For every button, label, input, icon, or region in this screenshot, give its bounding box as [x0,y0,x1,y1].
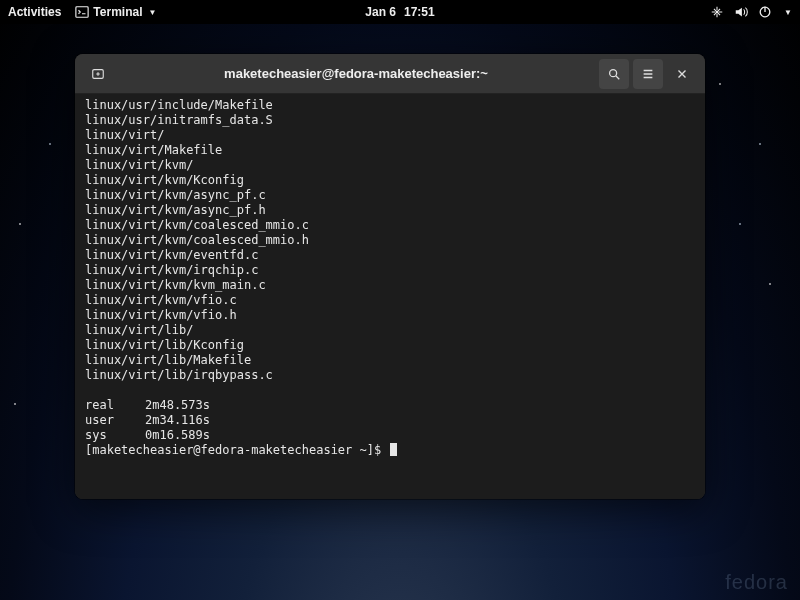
chevron-down-icon: ▼ [148,8,156,17]
output-line: linux/virt/kvm/async_pf.c [85,188,695,203]
svg-point-1 [716,11,719,14]
output-line: linux/virt/kvm/ [85,158,695,173]
chevron-down-icon: ▼ [784,8,792,17]
network-icon [710,5,724,19]
timing-sys-value: 0m16.589s [145,428,210,442]
cursor [390,443,397,456]
search-button[interactable] [599,59,629,89]
timing-real-value: 2m48.573s [145,398,210,412]
terminal-window: maketecheasier@fedora-maketecheasier:~ l… [75,54,705,499]
new-tab-button[interactable] [83,59,113,89]
output-line: linux/virt/kvm/coalesced_mmio.c [85,218,695,233]
output-line: linux/virt/kvm/vfio.h [85,308,695,323]
app-menu[interactable]: Terminal ▼ [75,5,156,19]
output-line: linux/virt/lib/irqbypass.c [85,368,695,383]
power-icon [758,5,772,19]
timing-user-label: user [85,413,145,428]
output-line: linux/virt/lib/Makefile [85,353,695,368]
gnome-topbar: Activities Terminal ▼ Jan 6 17:51 ▼ [0,0,800,24]
svg-point-5 [610,69,617,76]
hamburger-icon [641,67,655,81]
output-line: linux/virt/kvm/eventfd.c [85,248,695,263]
output-line: linux/virt/kvm/coalesced_mmio.h [85,233,695,248]
output-line: linux/virt/Makefile [85,143,695,158]
terminal-titlebar[interactable]: maketecheasier@fedora-maketecheasier:~ [75,54,705,94]
terminal-icon [75,5,89,19]
window-title: maketecheasier@fedora-maketecheasier:~ [115,66,597,81]
prompt-line: [maketecheasier@fedora-maketecheasier ~]… [85,443,695,458]
output-line: linux/usr/include/Makefile [85,98,695,113]
hamburger-menu-button[interactable] [633,59,663,89]
fedora-watermark: fedora [725,571,788,594]
output-line: linux/virt/lib/Kconfig [85,338,695,353]
svg-rect-0 [76,7,88,18]
timing-real-label: real [85,398,145,413]
output-line: linux/usr/initramfs_data.S [85,113,695,128]
timing-user-value: 2m34.116s [145,413,210,427]
app-menu-label: Terminal [93,5,142,19]
search-icon [607,67,621,81]
output-line: linux/virt/ [85,128,695,143]
system-menu[interactable]: ▼ [710,5,792,19]
close-icon [675,67,689,81]
activities-button[interactable]: Activities [8,5,61,19]
output-line: linux/virt/lib/ [85,323,695,338]
timing-block: real2m48.573s user2m34.116s sys0m16.589s [85,398,695,443]
clock[interactable]: Jan 6 17:51 [365,5,434,19]
output-line: linux/virt/kvm/vfio.c [85,293,695,308]
svg-line-6 [616,75,620,79]
prompt-text: [maketecheasier@fedora-maketecheasier ~]… [85,443,388,457]
terminal-body[interactable]: linux/usr/include/Makefilelinux/usr/init… [75,94,705,499]
terminal-output: linux/usr/include/Makefilelinux/usr/init… [85,98,695,383]
timing-sys-label: sys [85,428,145,443]
close-button[interactable] [667,59,697,89]
new-tab-icon [91,67,105,81]
output-line: linux/virt/kvm/Kconfig [85,173,695,188]
clock-date: Jan 6 [365,5,396,19]
desktop: maketecheasier@fedora-maketecheasier:~ l… [0,24,800,600]
output-line: linux/virt/kvm/kvm_main.c [85,278,695,293]
volume-icon [734,5,748,19]
clock-time: 17:51 [404,5,435,19]
output-line: linux/virt/kvm/async_pf.h [85,203,695,218]
output-line: linux/virt/kvm/irqchip.c [85,263,695,278]
